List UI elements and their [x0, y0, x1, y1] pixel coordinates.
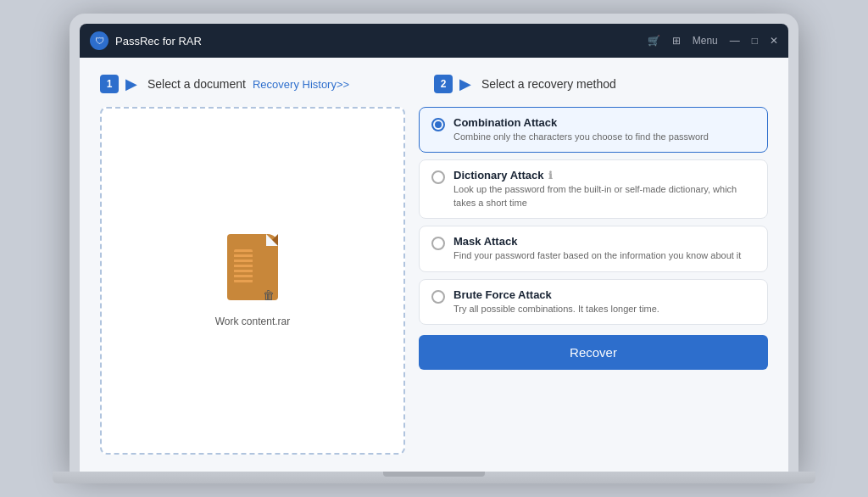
method-mask-title: Mask Attack — [453, 235, 755, 248]
trash-icon: 🗑 — [263, 288, 275, 302]
method-combination-title: Combination Attack — [453, 116, 755, 129]
radio-combination[interactable] — [431, 118, 445, 131]
laptop-bottom-bar — [53, 472, 815, 483]
method-mask-info: Mask Attack Find your password faster ba… — [453, 235, 755, 262]
method-bruteforce-desc: Try all possible combinations. It takes … — [453, 303, 755, 316]
method-bruteforce-title: Brute Force Attack — [453, 288, 755, 301]
cart-icon[interactable]: 🛒 — [648, 35, 660, 47]
window-controls: 🛒 ⊞ Menu — □ ✕ — [648, 35, 778, 47]
app-icon: 🛡 — [90, 31, 108, 50]
menu-button[interactable]: Menu — [693, 35, 718, 47]
method-combination-info: Combination Attack Combine only the char… — [453, 116, 755, 143]
method-dictionary[interactable]: Dictionary Attack ℹ Look up the password… — [419, 159, 768, 219]
grid-icon[interactable]: ⊞ — [672, 35, 681, 47]
recover-button[interactable]: Recover — [419, 335, 768, 370]
step1-header: 1 ▶ Select a document Recovery History>> — [100, 75, 434, 93]
app-content: 1 ▶ Select a document Recovery History>>… — [80, 58, 788, 472]
method-dictionary-desc: Look up the password from the built-in o… — [453, 183, 755, 209]
close-button[interactable]: ✕ — [770, 36, 778, 46]
method-mask[interactable]: Mask Attack Find your password faster ba… — [419, 226, 768, 271]
steps-header: 1 ▶ Select a document Recovery History>>… — [100, 75, 768, 93]
method-combination-desc: Combine only the characters you choose t… — [453, 131, 755, 143]
app-title: PassRec for RAR — [115, 35, 648, 47]
method-bruteforce-info: Brute Force Attack Try all possible comb… — [453, 288, 755, 316]
file-preview: 🗑 Work content.rar — [215, 234, 290, 327]
radio-dictionary[interactable] — [431, 170, 445, 184]
step1-badge: 1 — [100, 75, 119, 93]
laptop-notch — [383, 472, 485, 477]
radio-mask[interactable] — [431, 237, 445, 250]
method-dictionary-info: Dictionary Attack ℹ Look up the password… — [453, 169, 755, 209]
step2-label: Select a recovery method — [481, 77, 616, 91]
rar-file-icon: 🗑 — [222, 234, 283, 307]
method-combination[interactable]: Combination Attack Combine only the char… — [419, 107, 768, 153]
step1-arrow: ▶ — [125, 75, 137, 93]
minimize-button[interactable]: — — [730, 36, 740, 46]
method-dictionary-title: Dictionary Attack ℹ — [453, 169, 755, 181]
step2-header: 2 ▶ Select a recovery method — [434, 75, 768, 93]
method-mask-desc: Find your password faster based on the i… — [453, 249, 755, 262]
file-name: Work content.rar — [215, 316, 290, 327]
recovery-history-link[interactable]: Recovery History>> — [253, 78, 349, 91]
dictionary-info-icon: ℹ — [548, 170, 553, 181]
file-drop-zone[interactable]: 🗑 Work content.rar — [100, 107, 405, 455]
method-bruteforce[interactable]: Brute Force Attack Try all possible comb… — [419, 279, 768, 325]
step2-badge: 2 — [434, 75, 453, 93]
titlebar: 🛡 PassRec for RAR 🛒 ⊞ Menu — □ ✕ — [80, 24, 788, 58]
maximize-button[interactable]: □ — [752, 36, 758, 46]
recovery-methods-panel: Combination Attack Combine only the char… — [419, 107, 768, 455]
step2-arrow: ▶ — [459, 75, 471, 93]
step1-label: Select a document — [147, 77, 246, 91]
radio-bruteforce[interactable] — [431, 290, 445, 304]
main-columns: 🗑 Work content.rar — [100, 107, 768, 455]
